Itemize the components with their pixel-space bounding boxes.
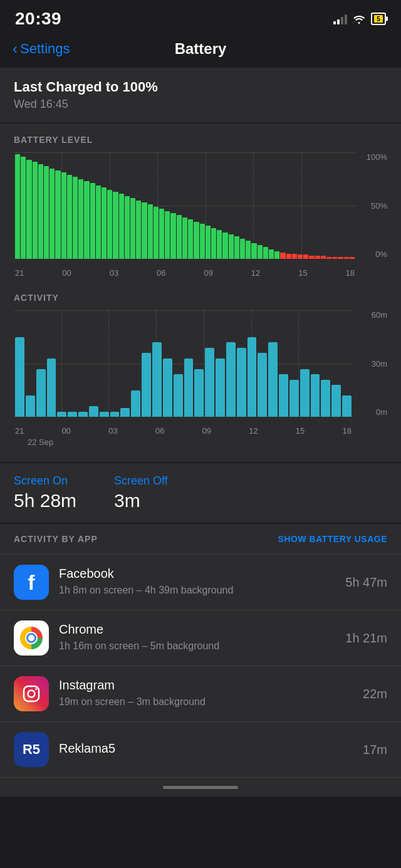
app-item-instagram[interactable]: Instagram 19m on screen – 3m background … (0, 666, 401, 722)
last-charged-title: Last Charged to 100% (14, 79, 387, 95)
app-item-chrome[interactable]: Chrome 1h 16m on screen – 5m background … (0, 610, 401, 666)
activity-bar (289, 380, 299, 417)
facebook-icon: f (14, 565, 49, 600)
battery-bar (170, 213, 175, 259)
battery-bar (344, 257, 349, 259)
activity-bar (100, 412, 109, 417)
activity-bar (258, 353, 267, 417)
activity-bar (120, 408, 130, 417)
battery-bar (258, 245, 263, 259)
activity-bar (268, 342, 278, 417)
battery-bar (142, 202, 147, 259)
activity-bar (300, 369, 310, 417)
battery-bar (90, 183, 95, 259)
show-battery-usage-button[interactable]: SHOW BATTERY USAGE (278, 534, 387, 544)
activity-bar (142, 353, 151, 417)
battery-bar (136, 201, 141, 259)
battery-level-section: BATTERY LEVEL 100% 50% 0% (0, 123, 401, 462)
battery-bar (44, 166, 49, 259)
battery-bar (154, 207, 159, 259)
activity-bar (184, 358, 194, 417)
status-time: 20:39 (15, 9, 61, 29)
facebook-name: Facebook (59, 567, 335, 581)
battery-bar (309, 256, 314, 259)
battery-bar (332, 257, 337, 259)
activity-bar (36, 369, 46, 417)
battery-bars (14, 152, 356, 259)
battery-bar (298, 254, 303, 259)
activity-bar (237, 348, 246, 417)
activity-bar (321, 380, 330, 417)
back-button[interactable]: ‹ Settings (13, 40, 70, 58)
activity-bar (226, 342, 236, 417)
activity-bars (14, 310, 353, 417)
activity-bar (78, 412, 88, 417)
battery-bar (315, 256, 320, 259)
battery-bar (222, 233, 227, 259)
facebook-time: 5h 47m (345, 575, 387, 590)
battery-bar (280, 253, 285, 259)
app-list: f Facebook 1h 8m on screen – 4h 39m back… (0, 555, 401, 778)
battery-bar (148, 204, 153, 259)
scroll-indicator (163, 786, 238, 789)
activity-section: ACTIVITY 60m 30m 0m (14, 293, 387, 448)
activity-bar (57, 412, 66, 417)
instagram-info: Instagram 19m on screen – 3m background (59, 678, 353, 709)
activity-bar (194, 369, 204, 417)
instagram-name: Instagram (59, 678, 353, 693)
battery-bar (321, 256, 326, 259)
wifi-icon (352, 14, 366, 24)
battery-bar (211, 228, 216, 259)
battery-bar (96, 186, 101, 259)
svg-point-4 (28, 691, 35, 698)
facebook-detail: 1h 8m on screen – 4h 39m background (59, 583, 335, 597)
battery-x-labels: 21 00 03 06 09 12 15 18 (14, 268, 356, 278)
battery-bar (263, 247, 268, 259)
battery-bar (286, 254, 291, 259)
chrome-detail: 1h 16m on screen – 5m background (59, 639, 335, 653)
battery-bar (33, 162, 38, 259)
battery-bar (78, 179, 83, 259)
back-label: Settings (20, 41, 70, 57)
activity-y-30: 30m (372, 359, 387, 369)
content: Last Charged to 100% Wed 16:45 BATTERY L… (0, 68, 401, 778)
signal-icon (333, 13, 347, 24)
battery-bar (303, 254, 308, 259)
screen-off-label: Screen Off (114, 474, 168, 488)
battery-bar (107, 190, 112, 259)
battery-bar (73, 177, 78, 259)
battery-bar (125, 196, 130, 259)
battery-bar (338, 257, 343, 259)
instagram-detail: 19m on screen – 3m background (59, 695, 353, 709)
battery-bar (240, 239, 245, 259)
activity-bar (89, 406, 98, 417)
battery-bar (274, 251, 279, 259)
activity-bar (216, 358, 225, 417)
battery-y-50: 50% (371, 201, 387, 211)
activity-bar (110, 412, 120, 417)
app-item-facebook[interactable]: f Facebook 1h 8m on screen – 4h 39m back… (0, 555, 401, 610)
activity-bar (47, 358, 56, 417)
battery-bar (200, 224, 205, 259)
date-label: 22 Sep (28, 437, 53, 447)
activity-bar (68, 412, 77, 417)
battery-bar (194, 222, 199, 259)
activity-bar (15, 337, 24, 417)
battery-bar (113, 192, 118, 259)
battery-bar (177, 215, 182, 259)
app-item-reklama5[interactable]: R5 Reklama5 17m (0, 722, 401, 778)
back-chevron-icon: ‹ (13, 40, 18, 58)
battery-bar (217, 230, 222, 259)
activity-label: ACTIVITY (14, 293, 387, 303)
battery-bar (269, 249, 274, 259)
battery-bar (246, 241, 251, 259)
chrome-icon (14, 620, 49, 656)
battery-bar (26, 160, 31, 259)
activity-by-app-header: ACTIVITY BY APP SHOW BATTERY USAGE (0, 524, 401, 555)
battery-bar (159, 209, 164, 259)
battery-bar (67, 175, 72, 259)
activity-bar (279, 374, 288, 417)
activity-by-app-label: ACTIVITY BY APP (14, 534, 98, 544)
status-icons: 5 (333, 13, 386, 25)
instagram-time: 22m (363, 687, 387, 701)
